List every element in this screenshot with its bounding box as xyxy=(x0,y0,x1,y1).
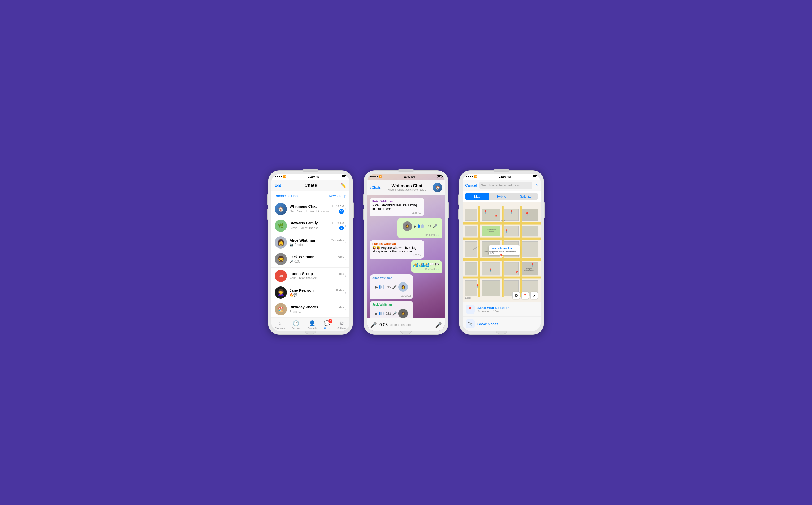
phone3-vol-down xyxy=(458,209,459,220)
phone3-side-button xyxy=(544,202,545,218)
chat-item-whitmans[interactable]: 🏠 Whitmans Chat 11:45 AM Ned: Yeah, I th… xyxy=(271,201,350,217)
tab-settings[interactable]: ⚙ Settings xyxy=(337,320,346,329)
p2-status-left: 📶 xyxy=(370,175,382,178)
send-your-location-row[interactable]: 📍 Send Your Location Accurate to 10m xyxy=(462,302,541,317)
audio-bubble-sent1: 🧔 ▶ 0:09 🎤 xyxy=(400,220,440,232)
map-type-satellite[interactable]: Satellite xyxy=(514,193,538,200)
p3-status-left: 📶 xyxy=(466,175,477,178)
show-places-row[interactable]: 🔭 Show places xyxy=(462,317,541,331)
chat-time-jane: Friday xyxy=(336,289,344,292)
avatar-jack: 🧔 xyxy=(275,253,287,265)
battery-icon xyxy=(342,175,346,178)
chat-time-stewarts: 11:39 AM xyxy=(332,221,344,225)
phone1-side-button xyxy=(353,202,354,218)
show-places-title: Show places xyxy=(478,322,537,326)
audio-bubble-alice: ▶ 0:15 🎤 👩 xyxy=(372,281,410,293)
tab-chats[interactable]: 💬 2 Chats xyxy=(324,320,330,329)
alice-sender-name: Alice Whitman xyxy=(372,276,410,280)
tab-contacts[interactable]: 👤 Contacts xyxy=(307,320,317,329)
map-area: Yerba Buena Gardens xyxy=(462,202,541,302)
edit-button[interactable]: Edit xyxy=(275,183,281,187)
tab-favorites[interactable]: ☆ Favorites xyxy=(275,320,285,329)
send-location-text: Send Your Location Accurate to 10m xyxy=(478,306,537,313)
broadcast-bar: Broadcast Lists New Group xyxy=(271,191,350,201)
p3-battery xyxy=(533,175,537,178)
chat-nav-title: Whitmans Chat xyxy=(381,184,433,188)
chat-item-stewarts[interactable]: 🌿 Stewarts Family 11:39 AM Steve: Great,… xyxy=(271,217,350,234)
badge-whitmans: 50 xyxy=(339,209,344,214)
check-sent1: ✓✓ xyxy=(435,234,440,236)
recents-icon: 🕐 xyxy=(293,320,299,327)
map-type-hybrid[interactable]: Hybrid xyxy=(489,193,514,200)
sent1-time: 11:38 PM ✓✓ xyxy=(400,234,440,236)
phone2: 📶 11:50 AM ‹ Chats Whitmans Chat Alice, … xyxy=(364,170,448,335)
back-button[interactable]: ‹ Chats xyxy=(370,185,381,190)
chat-name-jack: Jack Whitman xyxy=(289,255,314,259)
chat-item-jack[interactable]: 🧔 Jack Whitman Friday 🎤 0:07 › xyxy=(271,251,350,268)
svg-text:3rd St: 3rd St xyxy=(501,220,505,221)
duration-alice: 0:15 xyxy=(386,286,391,289)
chat-item-alice[interactable]: 👩 Alice Whitman Yesterday 📷 Photo › xyxy=(271,234,350,251)
slide-to-cancel: slide to cancel ‹ xyxy=(390,323,432,327)
p2-sig2 xyxy=(372,176,374,177)
p3-sig2 xyxy=(468,176,469,177)
chat-name-birthday: Birthday Photos xyxy=(289,305,318,309)
chat-nav-avatar[interactable]: 🏠 xyxy=(433,183,442,192)
msg-sent-emoji: 🏄🏄🏄🏳️🏁 11:42 AM ✓✓ xyxy=(410,260,442,273)
play-icon-alice[interactable]: ▶ xyxy=(375,285,378,289)
phone3: 📶 11:50 AM Cancel Search or enter an add… xyxy=(459,170,544,335)
p3-wifi: 📶 xyxy=(474,175,477,178)
p2-wifi: 📶 xyxy=(379,175,382,178)
phone3-notch xyxy=(494,169,510,172)
pin-button[interactable]: 📍 xyxy=(521,292,529,299)
svg-text:📍: 📍 xyxy=(499,254,504,258)
msg-sent-audio1: 🧔 ▶ 0:09 🎤 11:38 PM ✓✓ xyxy=(397,218,442,238)
tab-recents[interactable]: 🕐 Recents xyxy=(292,320,300,329)
new-group-link[interactable]: New Group xyxy=(329,194,346,198)
refresh-icon[interactable]: ↺ xyxy=(534,183,538,188)
3d-button[interactable]: 3D xyxy=(512,292,520,299)
cancel-button[interactable]: Cancel xyxy=(465,183,477,187)
map-type-map[interactable]: Map xyxy=(465,193,489,200)
svg-text:Yerba Buena: Yerba Buena xyxy=(487,228,496,230)
jack-avatar1: 🧔 xyxy=(398,309,408,318)
phone3-vol-up xyxy=(458,194,459,205)
location-button[interactable]: ➤ xyxy=(530,292,538,299)
phone2-screen: 📶 11:50 AM ‹ Chats Whitmans Chat Alice, … xyxy=(367,174,445,331)
signal-dot-2 xyxy=(277,176,278,177)
jack-sender-name1: Jack Whitman xyxy=(372,303,410,306)
chat-item-birthday[interactable]: 🏖️ Birthday Photos Friday Francis: › xyxy=(271,301,350,318)
chevron-jane: › xyxy=(345,291,346,295)
p2-sig1 xyxy=(370,176,372,177)
play-icon-sent1[interactable]: ▶ xyxy=(414,224,417,228)
svg-text:Children's: Children's xyxy=(526,268,532,269)
phone1-screen: 📶 11:50 AM Edit Chats ✏️ Broadcast Lists… xyxy=(271,174,350,331)
status-time: 11:50 AM xyxy=(308,175,320,178)
chat-item-jane[interactable]: 👩‍🦱 Jane Pearson Friday 🔥💬 › xyxy=(271,284,350,301)
record-mic-icon[interactable]: 🎤 xyxy=(370,322,377,328)
send-location-sub: Accurate to 10m xyxy=(478,310,537,313)
svg-rect-5 xyxy=(478,206,480,297)
svg-rect-7 xyxy=(520,206,522,297)
back-label: Chats xyxy=(372,185,381,190)
francis-msg-time: 11:39 PM xyxy=(372,254,422,257)
compose-icon[interactable]: ✏️ xyxy=(341,182,346,188)
p3-time: 11:50 AM xyxy=(499,175,511,178)
emoji-content: 🏄🏄🏄🏳️🏁 xyxy=(413,262,440,267)
chat-time-whitmans: 11:45 AM xyxy=(332,205,344,208)
phone1: 📶 11:50 AM Edit Chats ✏️ Broadcast Lists… xyxy=(268,170,353,335)
chat-info-lunch: Lunch Group Friday You: Great, thanks! xyxy=(289,272,344,280)
mic-right-icon[interactable]: 🎤 xyxy=(435,322,442,328)
broadcast-lists-link[interactable]: Broadcast Lists xyxy=(275,194,298,198)
send-location-title: Send Your Location xyxy=(478,306,537,310)
chat-item-lunch[interactable]: EAT Lunch Group Friday You: Great, thank… xyxy=(271,268,350,284)
play-icon-jack1[interactable]: ▶ xyxy=(375,311,378,316)
duration-sent1: 0:09 xyxy=(426,225,431,228)
phone3-screen: 📶 11:50 AM Cancel Search or enter an add… xyxy=(462,174,541,331)
status-bar-left: 📶 xyxy=(275,175,286,178)
chat-preview-lunch: You: Great, thanks! xyxy=(289,276,316,280)
svg-text:Gardens: Gardens xyxy=(489,231,494,232)
settings-icon: ⚙ xyxy=(340,320,344,327)
map-search-field[interactable]: Search or enter an address xyxy=(479,182,532,189)
p2-battery xyxy=(437,175,442,178)
